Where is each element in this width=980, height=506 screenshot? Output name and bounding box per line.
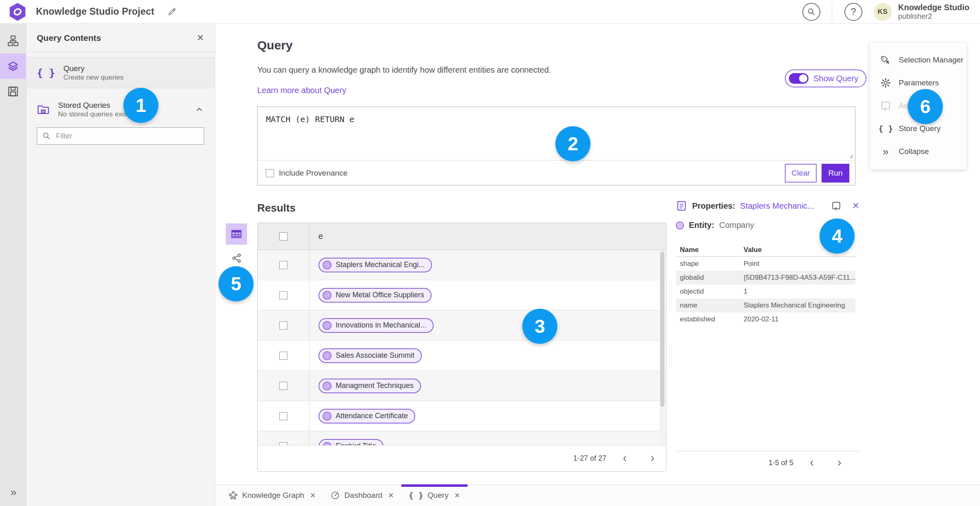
include-provenance-label: Include Provenance [279, 169, 347, 178]
chevron-up-icon[interactable] [194, 105, 204, 114]
entity-pill[interactable]: Attendance Certificate [318, 409, 415, 424]
table-row[interactable]: Sales Associate Summit [258, 341, 666, 371]
query-code-area[interactable]: MATCH (e) RETURN e [258, 107, 855, 160]
layers-button[interactable] [0, 53, 26, 79]
show-query-toggle[interactable]: Show Query [785, 69, 866, 87]
editor-actions: Include Provenance Clear Run [258, 160, 855, 185]
show-query-label: Show Query [813, 74, 858, 83]
query-description: You can query a knowledge graph to ident… [257, 65, 551, 75]
table-row[interactable]: New Metal Office Suppliers [258, 280, 666, 310]
help-button[interactable]: ? [844, 3, 862, 21]
properties-entity-link[interactable]: Staplers Mechanic... [740, 201, 814, 211]
clear-button[interactable]: Clear [785, 164, 817, 183]
selection-manager-icon [880, 54, 891, 66]
top-header: Knowledge Studio Project ? KS Knowledge … [0, 0, 980, 24]
results-heading: Results [257, 202, 296, 214]
close-panel-icon[interactable]: ✕ [197, 33, 204, 43]
property-row[interactable]: established 2020-02-11 [676, 312, 855, 326]
query-contents-panel: Query Contents ✕ { } Query Create new qu… [26, 24, 215, 506]
filter-field[interactable] [37, 127, 204, 145]
results-table: e Staplers Mechanical Engi... New Metal … [257, 223, 666, 472]
close-tab-icon[interactable]: ✕ [454, 491, 460, 500]
close-properties-icon[interactable]: ✕ [852, 201, 860, 211]
close-tab-icon[interactable]: ✕ [388, 491, 394, 500]
scrollbar-thumb[interactable] [660, 252, 664, 407]
property-row[interactable]: objectid 1 [676, 285, 855, 299]
entity-pill[interactable]: New Metal Office Suppliers [318, 288, 432, 303]
data-model-button[interactable] [0, 28, 26, 53]
annotation-badge-6: 6 [908, 89, 943, 124]
include-provenance-checkbox[interactable] [266, 169, 274, 177]
layers-icon [7, 60, 19, 72]
table-view-button[interactable] [226, 223, 247, 245]
table-row[interactable]: Firebird Title [258, 431, 666, 446]
stored-queries-sub: No stored queries exist [58, 110, 129, 118]
property-row[interactable]: globalid {5D9B4713-F98D-4A53-A59F-C11... [676, 271, 855, 285]
name-column-header: Name [676, 246, 742, 254]
stored-queries-item[interactable]: Stored Queries No stored queries exist [26, 95, 215, 124]
save-icon [7, 85, 19, 98]
properties-label: Properties: [692, 201, 735, 211]
property-row[interactable]: name Staplers Mechanical Engineering [676, 299, 855, 312]
menu-item-collapse[interactable]: » Collapse [870, 140, 967, 163]
table-row[interactable]: Managment Techniques [258, 371, 666, 401]
entity-dot-icon [323, 412, 332, 421]
left-icon-strip: » [0, 24, 26, 506]
row-checkbox[interactable] [279, 412, 287, 420]
add-in-new-icon[interactable] [831, 201, 842, 211]
row-checkbox[interactable] [279, 352, 287, 360]
link-chart-view-button[interactable] [229, 250, 245, 266]
row-checkbox[interactable] [279, 291, 287, 299]
entity-pill[interactable]: Innovations in Mechanical... [318, 318, 434, 333]
dashboard-icon [330, 490, 340, 500]
tab-knowledge-graph[interactable]: Knowledge Graph ✕ [221, 485, 323, 506]
row-checkbox[interactable] [279, 321, 287, 330]
tab-query[interactable]: { } Query ✕ [401, 485, 468, 506]
project-title: Knowledge Studio Project [36, 6, 154, 17]
properties-next-page-button[interactable] [831, 455, 847, 471]
chevron-left-icon [621, 455, 629, 463]
search-button[interactable] [802, 3, 820, 21]
properties-page-range: 1-5 of 5 [768, 459, 793, 467]
save-button[interactable] [0, 79, 26, 104]
menu-item-selection-manager[interactable]: Selection Manager [870, 49, 967, 71]
entity-pill[interactable]: Staplers Mechanical Engi... [318, 258, 432, 272]
stored-queries-label: Stored Queries [58, 100, 129, 110]
run-button[interactable]: Run [822, 164, 849, 183]
results-scrollbar[interactable] [659, 250, 665, 446]
select-all-checkbox[interactable] [279, 232, 287, 241]
entity-pill[interactable]: Sales Associate Summit [318, 348, 422, 363]
query-item[interactable]: { } Query Create new queries [26, 57, 215, 88]
results-prev-page-button[interactable] [617, 450, 633, 467]
data-model-icon [7, 35, 19, 47]
entity-pill[interactable]: Managment Techniques [318, 379, 421, 393]
add-in-new-icon [880, 100, 891, 111]
resize-grip-icon[interactable] [849, 154, 853, 158]
annotation-badge-4: 4 [820, 218, 855, 254]
tab-dashboard[interactable]: Dashboard ✕ [323, 485, 401, 506]
entity-type-dot-icon [676, 221, 684, 230]
results-table-body: Staplers Mechanical Engi... New Metal Of… [258, 250, 666, 446]
user-role: publisher2 [898, 12, 969, 21]
chevron-right-icon [835, 459, 843, 467]
toggle-switch[interactable] [789, 73, 808, 84]
expand-strip-button[interactable]: » [0, 486, 26, 499]
properties-prev-page-button[interactable] [804, 455, 820, 471]
results-next-page-button[interactable] [644, 450, 660, 467]
close-tab-icon[interactable]: ✕ [310, 491, 316, 500]
entity-type: Company [719, 221, 754, 230]
table-row[interactable]: Innovations in Mechanical... [258, 310, 666, 341]
edit-title-icon[interactable] [167, 7, 177, 17]
filter-input[interactable] [56, 132, 199, 140]
row-checkbox[interactable] [279, 261, 287, 269]
bottom-tabbar: Knowledge Graph ✕ Dashboard ✕ { } Query … [215, 484, 980, 506]
property-row[interactable]: shape Point [676, 257, 855, 271]
row-checkbox[interactable] [279, 382, 287, 390]
table-row[interactable]: Staplers Mechanical Engi... [258, 250, 666, 280]
learn-more-link[interactable]: Learn more about Query [257, 86, 346, 95]
avatar[interactable]: KS [874, 3, 892, 21]
table-row[interactable]: Attendance Certificate [258, 401, 666, 431]
knowledge-studio-logo-icon [9, 2, 26, 21]
entity-pill[interactable]: Firebird Title [318, 439, 383, 446]
entity-dot-icon [323, 321, 332, 330]
